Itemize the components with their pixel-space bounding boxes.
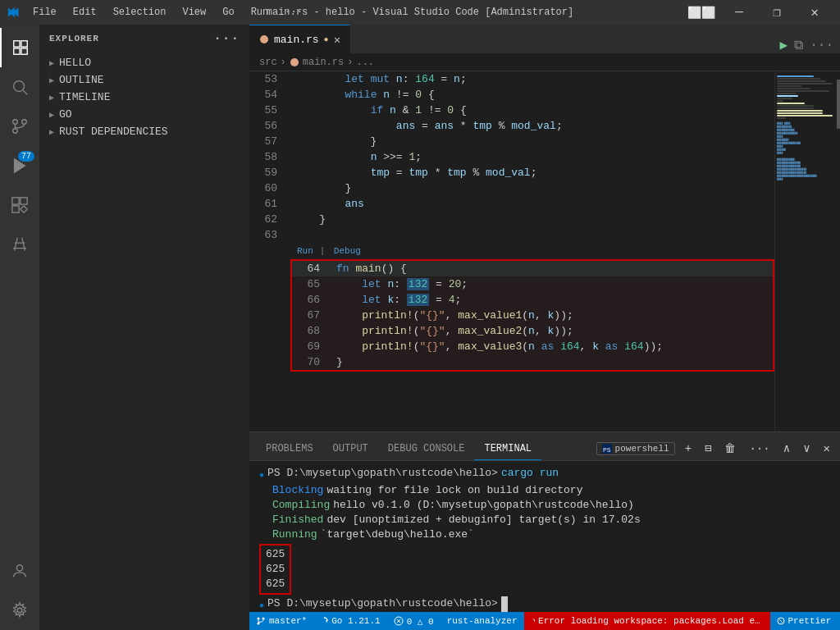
window-restore[interactable]: ❐ (758, 0, 796, 25)
term-dot2: ● (259, 599, 264, 612)
line-number: 70 (292, 354, 333, 370)
split-terminal-button[interactable]: ⊟ (701, 440, 714, 457)
tab-output[interactable]: OUTPUT (323, 438, 378, 460)
menu-view[interactable]: View (176, 5, 212, 20)
kill-terminal-button[interactable]: 🗑 (721, 441, 739, 457)
term-label-blocking: Blocking (272, 483, 323, 498)
terminal-output-compiling: Compiling hello v0.1.0 (D:\mysetup\gopat… (259, 498, 830, 513)
window-layouts[interactable]: ⬜⬜ (682, 0, 720, 25)
line-content: } (333, 354, 773, 370)
svg-rect-1 (21, 41, 27, 47)
window-close[interactable]: ✕ (796, 0, 833, 25)
activity-source-control[interactable] (0, 107, 39, 146)
svg-rect-0 (14, 41, 20, 47)
sidebar-item-outline[interactable]: ▶ OUTLINE (39, 71, 249, 89)
svg-marker-28 (533, 620, 534, 622)
activity-run-debug[interactable]: 77 (0, 146, 39, 185)
minimap-code-sim: ████ ████ ██████████ ████████████ ██████… (777, 122, 838, 181)
menu-go[interactable]: Go (216, 5, 240, 20)
panel-maximize[interactable]: ∧ (780, 440, 793, 457)
activity-settings[interactable] (0, 591, 39, 630)
term-text-running: `target\debug\hello.exe` (321, 527, 474, 542)
breadcrumb-src[interactable]: src (259, 57, 277, 68)
more-terminal-actions[interactable]: ··· (746, 441, 773, 457)
line-number: 61 (249, 196, 290, 212)
svg-point-7 (22, 120, 27, 125)
debug-link[interactable]: Debug (331, 246, 361, 256)
terminal-output-finished: Finished dev [unoptimized + debuginfo] t… (259, 513, 830, 527)
sidebar-item-hello[interactable]: ▶ HELLO (39, 54, 249, 71)
menu-file[interactable]: File (26, 5, 63, 20)
minimap-content: ████ ████ ██████████ ████████████ ██████… (775, 71, 840, 185)
status-bar: master* Go 1.21.1 0 △ 0 (249, 612, 840, 630)
minimap-thumb[interactable] (837, 80, 840, 129)
tab-main-rs[interactable]: main.rs ● ✕ (249, 25, 350, 53)
breadcrumb-fn[interactable]: ... (356, 57, 374, 68)
tab-problems[interactable]: PROBLEMS (256, 438, 323, 460)
line-number: 66 (292, 292, 333, 308)
status-branch[interactable]: master* (249, 612, 313, 630)
prettier-label: Prettier (788, 616, 832, 626)
titlebar: File Edit Selection View Go Run ··· main… (0, 0, 840, 25)
activity-explorer[interactable] (0, 28, 39, 67)
sidebar-item-timeline[interactable]: ▶ TIMELINE (39, 89, 249, 106)
code-line-67: 67 println!("{}", max_value1(n, k)); (292, 308, 773, 323)
code-line-66: 66 let k: i32 = 4; (292, 292, 773, 308)
code-line-59: 59 tmp = tmp * tmp % mod_val; (249, 165, 774, 180)
run-icon[interactable]: ▶ (780, 37, 788, 53)
code-line-54: 54 while n != 0 { (249, 87, 774, 103)
svg-point-8 (13, 129, 18, 134)
activity-extensions[interactable] (0, 185, 39, 225)
line-content: fn main() { (333, 261, 773, 276)
svg-rect-3 (21, 48, 27, 54)
output-line-1: 625 (266, 547, 285, 562)
svg-marker-24 (326, 619, 327, 623)
status-errors[interactable]: 0 △ 0 (387, 612, 441, 630)
sidebar-item-outline-label: OUTLINE (59, 74, 104, 86)
tab-bar: main.rs ● ✕ ▶ ⧉ ··· (249, 25, 840, 53)
arrow-icon: ▶ (49, 110, 54, 120)
panel-minimize[interactable]: ∨ (800, 440, 813, 457)
menu-selection[interactable]: Selection (107, 5, 173, 20)
status-error-msg[interactable]: Error loading workspace: packages.Load e… (524, 612, 770, 630)
code-editor[interactable]: 53 let mut n: i64 = n; 54 while n != 0 {… (249, 71, 774, 431)
tab-debug-console[interactable]: DEBUG CONSOLE (378, 438, 475, 460)
svg-point-15 (17, 608, 22, 613)
window-minimize[interactable]: — (720, 0, 758, 25)
sidebar-item-go[interactable]: ▶ GO (39, 106, 249, 123)
activity-account[interactable] (0, 551, 39, 591)
activity-search[interactable] (0, 67, 39, 107)
line-number: 53 (249, 71, 290, 87)
activity-testing[interactable] (0, 225, 39, 264)
tab-close-button[interactable]: ✕ (334, 33, 340, 47)
terminal-content[interactable]: ● PS D:\mysetup\gopath\rustcode\hello> c… (249, 461, 840, 612)
split-editor-icon[interactable]: ⧉ (794, 38, 803, 53)
arrow-icon: ▶ (49, 75, 54, 85)
terminal-shell-selector[interactable]: PS powershell (596, 442, 675, 455)
line-content: println!("{}", max_value2(n, k)); (333, 323, 773, 339)
error-text: Error loading workspace: packages.Load e… (538, 616, 763, 626)
breadcrumb-mainrs[interactable]: main.rs (303, 57, 344, 68)
run-link[interactable]: Run (294, 246, 313, 256)
sidebar-header-actions[interactable]: ··· (213, 31, 240, 46)
tab-terminal[interactable]: TERMINAL (474, 438, 541, 460)
status-prettier[interactable]: Prettier (770, 612, 838, 630)
breadcrumb: src › main.rs › ... (249, 53, 840, 71)
menu-edit[interactable]: Edit (66, 5, 103, 20)
code-line-58: 58 n >>= 1; (249, 149, 774, 165)
add-terminal-button[interactable]: + (682, 441, 695, 457)
panel-close[interactable]: ✕ (820, 440, 833, 457)
status-rust-analyzer[interactable]: rust-analyzer (441, 612, 524, 630)
editor-area: main.rs ● ✕ ▶ ⧉ ··· src › main.rs › ... (249, 25, 840, 630)
line-content: let n: i32 = 20; (333, 276, 773, 292)
line-content: tmp = tmp * tmp % mod_val; (290, 165, 774, 180)
status-go-version[interactable]: Go 1.21.1 (313, 612, 386, 630)
line-number: 58 (249, 149, 290, 165)
code-line-64: 64 fn main() { (292, 261, 773, 276)
arrow-icon: ▶ (49, 127, 54, 137)
rust-analyzer-label: rust-analyzer (447, 616, 518, 626)
svg-point-16 (260, 35, 268, 43)
status-right: Prettier (770, 612, 841, 630)
sidebar-item-rust-deps[interactable]: ▶ RUST DEPENDENCIES (39, 123, 249, 140)
more-actions-icon[interactable]: ··· (810, 38, 833, 52)
